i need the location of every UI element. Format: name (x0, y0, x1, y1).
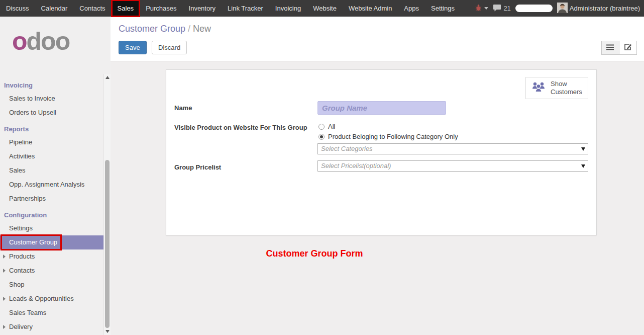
radio-all[interactable] (318, 124, 325, 130)
select-caret-icon (581, 147, 585, 151)
odoo-logo: odoo (0, 17, 111, 73)
chevron-down-icon (484, 7, 488, 10)
logo-accent-letter: o (12, 27, 27, 55)
sidebar-item-label: Contacts (9, 267, 35, 274)
sidebar-item-sales[interactable]: Sales (0, 163, 103, 178)
form-sheet: Show Customers Name Visible Product on W… (166, 69, 597, 235)
nav-website[interactable]: Website (307, 0, 343, 17)
breadcrumb: Customer Group/New (111, 17, 644, 37)
sidebar-item-pipeline[interactable]: Pipeline (0, 135, 103, 149)
name-row: Name (174, 101, 588, 115)
section-title-reports: Reports (0, 120, 103, 135)
sidebar-item-sales-to-invoice[interactable]: Sales to Invoice (0, 92, 103, 106)
categories-select[interactable]: Select Categories (317, 143, 588, 154)
expand-arrow-icon (3, 325, 6, 329)
nav-settings[interactable]: Settings (425, 0, 461, 17)
nav-website-admin[interactable]: Website Admin (343, 0, 398, 17)
radio-category[interactable] (318, 134, 325, 140)
radio-option-category: Product Beloging to Following Category O… (318, 133, 588, 140)
annotation-caption: Customer Group Form (111, 248, 518, 259)
sidebar-item-opp-assignment-analysis[interactable]: Opp. Assignment Analysis (0, 178, 103, 192)
pricelist-label: Group Pricelist (174, 160, 317, 172)
save-button[interactable]: Save (119, 41, 147, 54)
main-area: Customer Group/New Save Discard (111, 17, 644, 335)
messages-button[interactable]: 21 (493, 4, 510, 13)
form-fields: Name Visible Product on Website For This… (174, 101, 588, 172)
sidebar-item-orders-to-upsell[interactable]: Orders to Upsell (0, 106, 103, 120)
expand-arrow-icon (3, 269, 6, 273)
top-menu: Discuss Calendar Contacts Sales Purchase… (0, 0, 461, 17)
sidebar-nav: Invoicing Sales to Invoice Orders to Ups… (0, 76, 103, 335)
breadcrumb-parent-link[interactable]: Customer Group (119, 24, 185, 34)
view-switcher (601, 41, 637, 55)
debug-menu-button[interactable] (475, 4, 488, 13)
radio-category-label: Product Beloging to Following Category O… (328, 133, 458, 140)
nav-purchases[interactable]: Purchases (140, 0, 182, 17)
scroll-up-arrow-icon[interactable] (105, 76, 110, 79)
sidebar-item-contacts[interactable]: Contacts (0, 264, 103, 278)
top-navbar: Discuss Calendar Contacts Sales Purchase… (0, 0, 644, 17)
topbar-right: 21 Administrator (braintree) (475, 0, 644, 17)
bug-icon (475, 4, 482, 13)
discard-button[interactable]: Discard (152, 41, 187, 54)
nav-invoicing[interactable]: Invoicing (269, 0, 307, 17)
nav-apps[interactable]: Apps (398, 0, 425, 17)
radio-all-label: All (328, 123, 335, 130)
sidebar-item-settings[interactable]: Settings (0, 221, 103, 235)
section-title-configuration: Configuration (0, 206, 103, 221)
name-label: Name (174, 101, 317, 115)
list-icon (606, 43, 614, 52)
pricelist-select-placeholder: Select Pricelist(optional) (321, 162, 391, 170)
sidebar-item-label: Leads & Opportunities (9, 295, 74, 302)
form-view-button[interactable] (619, 41, 637, 55)
nav-sales[interactable]: Sales (112, 0, 140, 17)
breadcrumb-current: New (193, 24, 211, 34)
visibility-row: Visible Product on Website For This Grou… (174, 121, 588, 154)
sidebar-item-partnerships[interactable]: Partnerships (0, 192, 103, 206)
messages-count: 21 (503, 5, 510, 12)
group-name-input[interactable] (317, 101, 446, 115)
customers-group-icon (531, 81, 546, 95)
sidebar-item-label: Products (9, 253, 35, 260)
scroll-down-arrow-icon[interactable] (105, 330, 110, 333)
sidebar-scrollbar[interactable] (103, 74, 111, 335)
list-view-button[interactable] (601, 41, 619, 55)
scrollbar-thumb[interactable] (105, 160, 110, 328)
categories-select-placeholder: Select Categories (321, 145, 373, 152)
sidebar-item-leads-opportunities[interactable]: Leads & Opportunities (0, 292, 103, 306)
nav-contacts[interactable]: Contacts (73, 0, 111, 17)
sidebar-item-shop[interactable]: Shop (0, 278, 103, 292)
sidebar-item-label: Delivery (9, 323, 33, 330)
select-caret-icon (581, 164, 585, 168)
breadcrumb-separator: / (188, 24, 190, 34)
pricelist-row: Group Pricelist Select Pricelist(optiona… (174, 160, 588, 172)
pricelist-select[interactable]: Select Pricelist(optional) (317, 160, 588, 172)
visibility-label: Visible Product on Website For This Grou… (174, 121, 317, 154)
content-area: Show Customers Name Visible Product on W… (111, 61, 644, 335)
avatar (557, 3, 568, 15)
nav-discuss[interactable]: Discuss (0, 0, 35, 17)
sidebar-item-delivery[interactable]: Delivery (0, 320, 103, 334)
expand-arrow-icon (3, 255, 6, 259)
sidebar: odoo Invoicing Sales to Invoice Orders t… (0, 17, 111, 335)
sidebar-item-customer-group[interactable]: Customer Group (0, 235, 103, 249)
sidebar-item-label: Customer Group (9, 238, 57, 246)
show-customers-button[interactable]: Show Customers (525, 77, 588, 99)
user-name: Administrator (braintree) (570, 5, 640, 12)
sidebar-item-activities[interactable]: Activities (0, 149, 103, 163)
logo-rest: doo (27, 27, 70, 55)
radio-option-all: All (318, 123, 588, 130)
section-title-invoicing: Invoicing (0, 76, 103, 92)
nav-link-tracker[interactable]: Link Tracker (222, 0, 269, 17)
expand-arrow-icon (3, 297, 6, 301)
show-customers-label: Show Customers (551, 80, 582, 96)
sidebar-item-sales-teams[interactable]: Sales Teams (0, 306, 103, 320)
status-pill (515, 5, 553, 12)
edit-form-icon (624, 43, 632, 53)
sidebar-item-products[interactable]: Products (0, 249, 103, 264)
nav-calendar[interactable]: Calendar (35, 0, 74, 17)
nav-inventory[interactable]: Inventory (183, 0, 222, 17)
chat-icon (493, 4, 501, 13)
user-menu[interactable]: Administrator (braintree) (557, 3, 640, 15)
control-bar: Save Discard (111, 37, 644, 61)
